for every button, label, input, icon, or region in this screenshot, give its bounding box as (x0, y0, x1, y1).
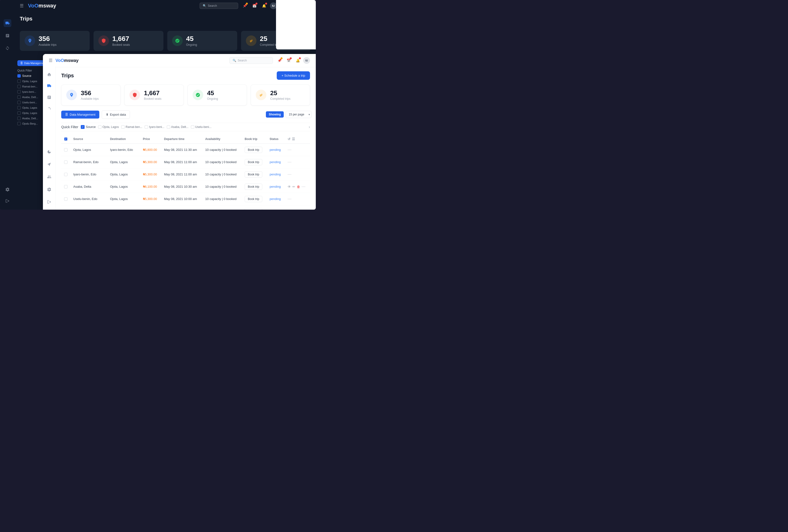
row-checkbox-2[interactable] (64, 173, 67, 176)
stat-number-booked: 1,667 (112, 35, 130, 43)
th-check: ✓ (61, 135, 71, 144)
select-all-checkbox[interactable]: ✓ (64, 137, 67, 141)
hamburger-icon[interactable]: ☰ (20, 3, 24, 8)
book-trip-btn-3[interactable]: Book trip (245, 184, 262, 190)
stat-info-ongoing-white: 45 Ongoing (207, 90, 218, 101)
search-bar-dark[interactable]: 🔍 Search (200, 3, 238, 9)
stat-info-available-white: 356 Available trips (81, 90, 99, 101)
book-trip-btn-5[interactable]: Book trip (245, 208, 262, 210)
inner-nav-logout[interactable] (45, 198, 53, 206)
row-checkbox-3[interactable] (64, 185, 67, 188)
view-icon-3[interactable]: 👁 (288, 185, 291, 189)
qf-checkbox-ojota1[interactable] (98, 125, 101, 129)
inner-nav-users[interactable] (45, 173, 53, 181)
th-destination: Destination (107, 135, 140, 144)
inner-nav-refresh[interactable] (45, 105, 53, 113)
cell-dest-1: Ojota, Lagos (107, 156, 140, 168)
filter-label-6: Ojota, Lagos (22, 111, 37, 115)
nav-refresh-icon-dark[interactable] (4, 44, 11, 52)
row-more-1[interactable]: ··· (288, 160, 292, 164)
filter-checkbox-7[interactable] (17, 117, 21, 120)
schedule-trip-btn-inner[interactable]: + Schedule a trip (277, 71, 310, 80)
qf-checkbox-ramat[interactable] (121, 125, 125, 129)
filter-checkbox-1[interactable] (17, 85, 21, 88)
table-row: Uselu-benin, Edo Ojota, Lagos ₦5,300.00 … (61, 193, 310, 205)
cell-status-0: pending (267, 144, 285, 156)
filter-checkbox-5[interactable] (17, 106, 21, 109)
white-modal: ☰ VoOmsway 🔍 Search 📌 📅 🔔 IU (43, 54, 316, 210)
row-checkbox-0[interactable] (64, 148, 67, 151)
book-trip-btn-0[interactable]: Book trip (245, 147, 262, 153)
inner-nav-moon[interactable] (45, 148, 53, 156)
inner-page-title: Trips (61, 73, 74, 79)
row-more-3[interactable]: ··· (301, 185, 306, 189)
stat-card-available: 356 Available trips (20, 31, 90, 51)
filter-checkbox-3[interactable] (17, 96, 21, 99)
qf-arrow-icon[interactable]: › (309, 125, 310, 129)
filter-checkbox-4[interactable] (17, 101, 21, 104)
export-btn[interactable]: ⬆ Export data (102, 110, 130, 119)
nav-trips-icon-dark[interactable] (4, 19, 11, 27)
showing-section: Showing 15 per page 25 per page 50 per p… (266, 111, 310, 118)
inner-nav-route[interactable] (45, 161, 53, 168)
stat-label-ongoing-white: Ongoing (207, 97, 218, 101)
avatar-inner[interactable]: IU (303, 57, 310, 64)
inner-nav-home[interactable] (45, 70, 53, 78)
search-bar-white[interactable]: 🔍 Search (230, 57, 273, 64)
cell-avail-2: 10 capacity | 0 booked (202, 168, 242, 181)
qf-label-ramat: Ramat-ben... (125, 125, 142, 129)
th-departure: Departure time (161, 135, 202, 144)
qf-checkbox-iyaro[interactable] (145, 125, 148, 129)
bell-icon-btn-dark[interactable]: 🔔 (260, 2, 268, 9)
qf-source-checkbox[interactable]: ✓ (81, 125, 85, 129)
filter-checkbox-2[interactable] (17, 90, 21, 94)
row-more-5[interactable]: ··· (288, 209, 292, 210)
delete-icon-3[interactable]: 🗑 (297, 185, 300, 189)
book-trip-btn-4[interactable]: Book trip (245, 196, 262, 202)
inner-nav-settings[interactable] (45, 186, 53, 193)
inner-nav-analytics[interactable] (45, 94, 53, 101)
filter-checkbox-0[interactable] (17, 80, 21, 83)
calendar-icon-btn[interactable]: 📅 (251, 2, 258, 9)
edit-icon-3[interactable]: ✏ (292, 185, 295, 189)
hamburger-icon-inner[interactable]: ☰ (49, 58, 53, 63)
row-checkbox-4[interactable] (64, 197, 67, 201)
stat-number-ongoing: 45 (186, 35, 197, 43)
qf-item-iyaro: Iyaro-beni... (145, 125, 164, 129)
filter-source-checkbox[interactable] (17, 74, 21, 78)
row-more-0[interactable]: ··· (288, 148, 292, 152)
cell-source-3: Asaba, Delta (71, 181, 107, 193)
filter-checkbox-8[interactable] (17, 122, 21, 125)
columns-icon[interactable]: ☰ (292, 137, 295, 141)
inner-nav-trips[interactable] (45, 82, 53, 90)
avatar-dark[interactable]: IU (270, 2, 277, 9)
inner-topbar-icons: 📌 📅 🔔 IU (276, 57, 310, 64)
refresh-table-icon[interactable]: ↺ (288, 137, 291, 141)
qf-label-ojota1: Ojota, Lagos (102, 125, 119, 129)
filter-label-8: Ojodu Berg... (22, 122, 38, 125)
stats-dark: 356 Available trips 1,667 Booked seats 4… (20, 31, 311, 51)
row-checkbox-1[interactable] (64, 161, 67, 164)
book-trip-btn-1[interactable]: Book trip (245, 159, 262, 165)
data-mgmt-label-white: Data Management (70, 113, 96, 116)
table-row: Ojota, Lagos Onitsha, Anambra ₦6,300.00 … (61, 205, 310, 210)
stat-number-available: 356 (39, 35, 56, 43)
book-trip-btn-2[interactable]: Book trip (245, 171, 262, 178)
data-mgmt-btn-white[interactable]: 🗄 Data Management (61, 110, 99, 119)
filter-checkbox-6[interactable] (17, 111, 21, 115)
search-placeholder-white: Search (238, 59, 247, 62)
qf-checkbox-uselu[interactable] (191, 125, 194, 129)
per-page-select[interactable]: 15 per page 25 per page 50 per page (285, 111, 312, 118)
pin-icon-inner[interactable]: 📌 (276, 57, 283, 64)
cell-dep-4: May 08, 2021 10:00 am (161, 193, 202, 205)
logout-icon-dark[interactable] (4, 197, 11, 205)
nav-analytics-icon-dark[interactable] (4, 32, 11, 40)
settings-icon-dark[interactable] (4, 186, 11, 193)
row-more-2[interactable]: ··· (288, 172, 292, 176)
pin-icon-btn[interactable]: 📌 (241, 2, 248, 9)
stat-card-ongoing: 45 Ongoing (167, 31, 237, 51)
qf-checkbox-asaba[interactable] (167, 125, 170, 129)
row-more-4[interactable]: ··· (288, 197, 292, 201)
calendar-icon-inner[interactable]: 📅 (285, 57, 292, 64)
bell-icon-inner[interactable]: 🔔 (294, 57, 301, 64)
